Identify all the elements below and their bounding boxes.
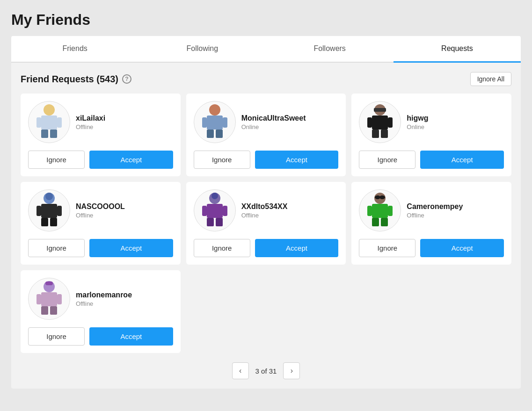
svg-point-32	[211, 193, 218, 199]
svg-rect-44	[50, 306, 57, 315]
avatar	[359, 101, 401, 143]
svg-rect-38	[388, 206, 393, 216]
ignore-button[interactable]: Ignore	[28, 327, 85, 346]
user-info: NASCOOOOL Offline	[76, 202, 125, 219]
tab-requests[interactable]: Requests	[394, 36, 521, 63]
username: MonicaUltraSweet	[241, 114, 306, 123]
tab-friends[interactable]: Friends	[11, 36, 138, 63]
pagination: ‹ 3 of 31 ›	[21, 362, 511, 379]
svg-point-0	[44, 104, 55, 115]
svg-rect-5	[57, 117, 62, 128]
svg-rect-34	[372, 204, 388, 218]
friend-request-card: marlonemanroe Offline Ignore Accept	[21, 270, 181, 353]
card-user-section: XXdlto534XX Offline	[194, 189, 339, 231]
avatar	[359, 189, 401, 231]
card-buttons: Ignore Accept	[194, 239, 339, 257]
svg-rect-31	[223, 206, 227, 216]
user-info: xiLailaxi Offline	[76, 114, 105, 130]
username: higwg	[407, 114, 428, 123]
card-user-section: Cameronempey Offline	[359, 189, 504, 231]
tabs-bar: Friends Following Followers Requests	[11, 36, 521, 63]
friend-request-card: XXdlto534XX Offline Ignore Accept	[186, 182, 346, 265]
svg-rect-27	[207, 204, 223, 218]
accept-button[interactable]: Accept	[420, 239, 504, 257]
svg-rect-22	[50, 218, 57, 226]
cards-grid-row1: xiLailaxi Offline Ignore Accept	[21, 94, 511, 176]
card-user-section: MonicaUltraSweet Online	[194, 101, 339, 143]
user-info: marlonemanroe Offline	[76, 291, 132, 307]
ignore-button[interactable]: Ignore	[28, 239, 85, 257]
friend-request-card: xiLailaxi Offline Ignore Accept	[21, 94, 181, 176]
svg-rect-7	[207, 115, 223, 130]
status: Offline	[407, 212, 463, 219]
avatar	[194, 189, 236, 231]
status: Online	[241, 123, 306, 130]
tab-followers[interactable]: Followers	[266, 36, 394, 63]
ignore-button[interactable]: Ignore	[194, 239, 250, 257]
svg-rect-4	[36, 117, 41, 128]
status: Offline	[76, 123, 105, 130]
user-info: Cameronempey Offline	[407, 202, 463, 219]
accept-button[interactable]: Accept	[255, 151, 339, 169]
friend-request-card: MonicaUltraSweet Online Ignore Accept	[186, 94, 346, 176]
card-user-section: NASCOOOOL Offline	[28, 189, 173, 231]
user-info: higwg Online	[407, 114, 428, 130]
svg-rect-29	[216, 218, 223, 226]
username: NASCOOOOL	[76, 202, 125, 211]
username: Cameronempey	[407, 202, 463, 211]
avatar	[28, 101, 70, 143]
cards-grid-row3: marlonemanroe Offline Ignore Accept	[21, 270, 511, 353]
friend-request-card: higwg Online Ignore Accept	[351, 94, 511, 176]
user-info: MonicaUltraSweet Online	[241, 114, 306, 130]
next-page-button[interactable]: ›	[283, 362, 300, 379]
svg-rect-2	[41, 130, 48, 138]
svg-rect-8	[207, 130, 214, 138]
friend-request-card: NASCOOOOL Offline Ignore Accept	[21, 182, 181, 265]
card-buttons: Ignore Accept	[359, 151, 504, 169]
card-buttons: Ignore Accept	[359, 239, 504, 257]
svg-rect-16	[367, 117, 372, 128]
svg-rect-30	[202, 206, 207, 216]
status: Offline	[76, 300, 132, 307]
svg-rect-37	[367, 206, 372, 216]
svg-point-25	[45, 193, 53, 200]
svg-rect-36	[381, 218, 388, 226]
avatar	[28, 189, 70, 231]
svg-rect-46	[57, 294, 62, 304]
section-title: Friend Requests (543) ?	[21, 74, 131, 85]
accept-button[interactable]: Accept	[89, 239, 173, 257]
accept-button[interactable]: Accept	[89, 151, 173, 169]
accept-button[interactable]: Accept	[89, 327, 173, 346]
prev-page-button[interactable]: ‹	[232, 362, 249, 379]
svg-rect-15	[381, 130, 388, 138]
svg-rect-3	[50, 130, 57, 138]
svg-point-40	[379, 195, 385, 199]
card-user-section: higwg Online	[359, 101, 504, 143]
card-user-section: marlonemanroe Offline	[28, 278, 173, 320]
ignore-button[interactable]: Ignore	[359, 151, 415, 169]
ignore-button[interactable]: Ignore	[359, 239, 415, 257]
username: xiLailaxi	[76, 114, 105, 123]
svg-rect-1	[41, 115, 57, 130]
friend-request-card: Cameronempey Offline Ignore Accept	[351, 182, 511, 265]
svg-rect-28	[207, 218, 214, 226]
status: Online	[407, 123, 428, 130]
tab-following[interactable]: Following	[138, 36, 266, 63]
username: marlonemanroe	[76, 291, 132, 299]
accept-button[interactable]: Accept	[420, 151, 504, 169]
info-icon[interactable]: ?	[122, 74, 131, 84]
svg-rect-20	[41, 204, 57, 218]
page-title: My Friends	[11, 11, 521, 29]
ignore-button[interactable]: Ignore	[194, 151, 250, 169]
ignore-all-button[interactable]: Ignore All	[470, 72, 511, 86]
ignore-button[interactable]: Ignore	[28, 151, 85, 169]
svg-rect-45	[36, 294, 41, 304]
card-buttons: Ignore Accept	[194, 151, 339, 169]
accept-button[interactable]: Accept	[255, 239, 339, 257]
svg-rect-18	[374, 108, 386, 112]
svg-rect-24	[57, 206, 62, 216]
card-buttons: Ignore Accept	[28, 151, 173, 169]
avatar	[28, 278, 70, 320]
svg-rect-23	[36, 206, 41, 216]
svg-rect-9	[216, 130, 223, 138]
